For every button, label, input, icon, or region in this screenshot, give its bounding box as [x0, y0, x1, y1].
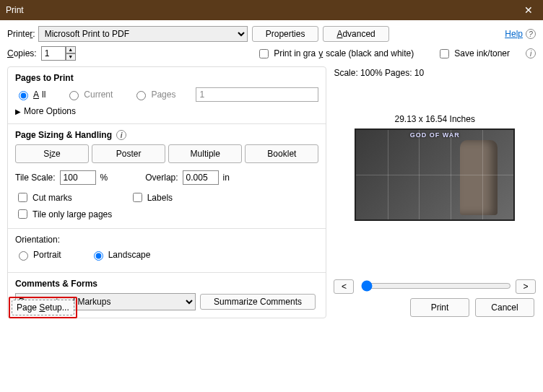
- scale-pages-label: Scale: 100% Pages: 10: [334, 68, 424, 78]
- copies-up-button[interactable]: ▲: [66, 46, 76, 53]
- preview-thumbnail: GOD OF WAR: [355, 129, 515, 221]
- more-options-toggle[interactable]: ▶More Options: [15, 106, 318, 116]
- tilescale-input[interactable]: [60, 170, 96, 185]
- prev-page-button[interactable]: <: [334, 279, 354, 294]
- landscape-radio[interactable]: Landscape: [90, 249, 151, 261]
- sizing-info-icon[interactable]: i: [116, 130, 126, 140]
- saveink-info-icon[interactable]: i: [526, 48, 536, 58]
- pages-range-radio[interactable]: Pages: [133, 89, 175, 100]
- window-title: Print: [6, 5, 24, 15]
- orientation-heading: Orientation:: [15, 235, 318, 245]
- pages-to-print-heading: Pages to Print: [15, 73, 318, 83]
- printer-label: Printer:: [7, 29, 35, 39]
- tilescale-label: Tile Scale:: [15, 173, 56, 183]
- poster-button[interactable]: Poster: [92, 144, 165, 163]
- tilelarge-checkbox[interactable]: Tile only large pages: [15, 207, 112, 221]
- grayscale-checkbox[interactable]: Print in grayscale (black and white): [256, 47, 414, 61]
- page-setup-button[interactable]: Page Setup...: [12, 300, 74, 315]
- close-icon[interactable]: ✕: [520, 4, 537, 16]
- portrait-radio[interactable]: Portrait: [15, 249, 61, 261]
- labels-checkbox[interactable]: Labels: [130, 191, 173, 204]
- pages-range-input[interactable]: [196, 87, 318, 102]
- help-info-icon[interactable]: ?: [526, 29, 536, 39]
- next-page-button[interactable]: >: [516, 279, 536, 294]
- copies-label: Copies:: [7, 48, 37, 58]
- cutmarks-checkbox[interactable]: Cut marks: [15, 191, 72, 204]
- unit-label: in: [223, 173, 230, 183]
- copies-input[interactable]: [41, 46, 66, 61]
- overlap-label: Overlap:: [145, 173, 178, 183]
- properties-button[interactable]: Properties: [252, 26, 319, 42]
- size-button[interactable]: Size: [15, 144, 89, 163]
- multiple-button[interactable]: Multiple: [168, 144, 242, 163]
- booklet-button[interactable]: Booklet: [245, 144, 318, 163]
- percent-label: %: [100, 173, 108, 183]
- sizing-heading: Page Sizing & Handlingi: [15, 130, 318, 140]
- pages-all-radio[interactable]: All: [15, 89, 45, 100]
- saveink-checkbox[interactable]: Save ink/toner: [437, 47, 510, 61]
- printer-select[interactable]: Microsoft Print to PDF: [38, 26, 248, 42]
- copies-down-button[interactable]: ▼: [66, 53, 76, 61]
- zoom-slider[interactable]: [361, 280, 511, 292]
- advanced-button[interactable]: Advanced: [323, 26, 388, 42]
- help-link[interactable]: Help: [505, 29, 523, 39]
- comments-heading: Comments & Forms: [15, 279, 318, 289]
- dimensions-label: 29.13 x 16.54 Inches: [394, 114, 474, 124]
- pages-current-radio[interactable]: Current: [66, 89, 113, 100]
- overlap-input[interactable]: [183, 170, 219, 185]
- cancel-button[interactable]: Cancel: [475, 298, 534, 317]
- print-button[interactable]: Print: [410, 298, 469, 317]
